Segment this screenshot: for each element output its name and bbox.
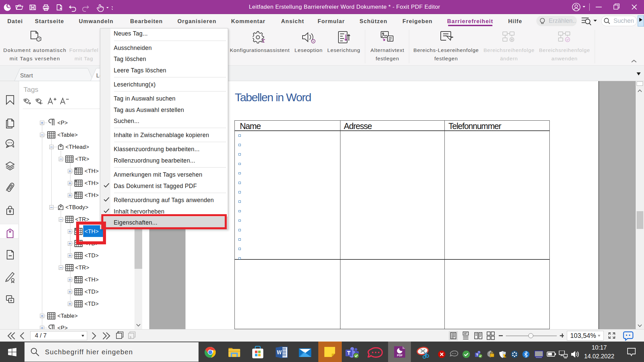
svg-text:PDF: PDF [397, 354, 403, 357]
